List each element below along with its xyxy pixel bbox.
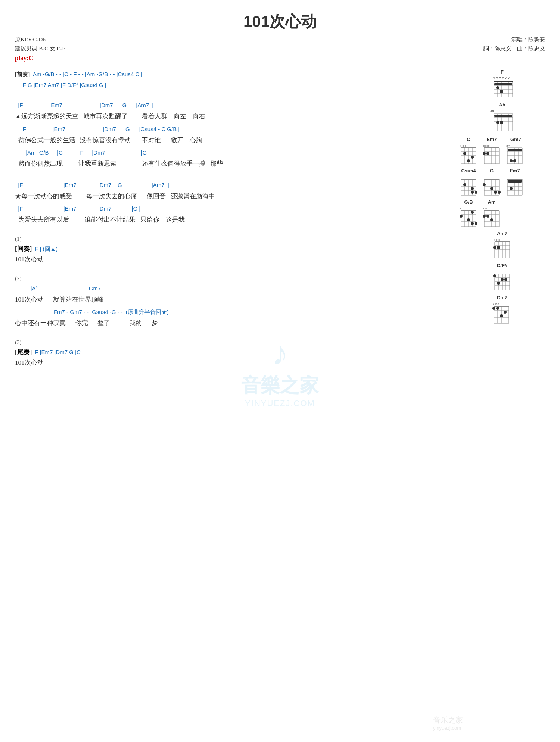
chord-Fm7-diagram	[505, 175, 524, 196]
v2b-chords: |Fm7 - Gm7 - - |Gsus4 -G - - |(原曲升半音回★)	[15, 307, 452, 317]
meta-right: 演唱：陈势安 詞：陈忠义 曲：陈忠义	[483, 35, 545, 53]
svg-point-70	[513, 159, 516, 162]
svg-rect-109	[508, 180, 522, 183]
svg-point-181	[504, 311, 507, 314]
svg-point-28	[496, 121, 499, 124]
chord-GB-diagram: x	[459, 206, 478, 228]
chord-DFsharp: D/F#	[459, 263, 545, 291]
chord-C: C x o o	[459, 137, 478, 165]
chord-Gm7-diagram: 3fr	[505, 143, 526, 165]
chord-Gm7: Gm7 3fr	[505, 137, 526, 165]
v1c-lyric: 然而你偶然出现 让我重新思索 还有什么值得放手一搏 那些	[15, 158, 452, 170]
svg-point-179	[492, 307, 495, 310]
section1-label: (1)	[15, 236, 452, 242]
chord-Am: Am x o	[482, 199, 501, 228]
svg-point-43	[467, 159, 470, 162]
v1c-chords: |Am -G/B - - |C -F - - |Dm7 |G |	[15, 147, 452, 158]
main-content: [前奏] |Am -G/B - - |C - F - - |Am -G/B - …	[15, 69, 545, 375]
page-title: 101次心动	[15, 11, 545, 32]
svg-point-164	[493, 274, 496, 277]
v1-chords: |F |Em7 |Dm7 G |Am7 |	[15, 100, 452, 110]
svg-point-98	[498, 191, 501, 194]
section-2: (2) |Ab |Gm7 | 101次心动 就算站在世界顶峰 |Fm7 - Gm…	[15, 275, 452, 329]
suggest-key: 建议男调:B-C 女:E-F	[15, 44, 65, 53]
intro-chords2: |F G |Em7 Am7 |F D/F# |Gsus4 G |	[15, 80, 452, 90]
svg-point-42	[471, 156, 474, 159]
svg-point-126	[475, 222, 477, 225]
svg-text:oooo: oooo	[483, 144, 490, 147]
outro-lyric: 101次心动	[15, 357, 452, 369]
intro-label: [前奏] |Am -G/B - - |C - F - - |Am -G/B - …	[15, 69, 452, 79]
section-1: (1) [间奏] |F | (回▲) 101次心动	[15, 236, 452, 265]
chord-C-diagram: x o o	[459, 143, 478, 165]
svg-text:x  o  o: x o o	[460, 144, 467, 147]
svg-point-83	[475, 191, 477, 194]
bottom-watermark: 音乐之家 yinyuezj.com	[433, 715, 463, 731]
svg-point-110	[510, 187, 513, 190]
outro-label: [尾奏]	[15, 349, 32, 356]
v1-lyric: ▲远方渐渐亮起的天空 城市再次甦醒了 看着人群 向左 向右	[15, 111, 452, 122]
chorusb-chords: |F |Em7 |Dm7 |G |	[15, 203, 452, 213]
svg-text:x  o  o: x o o	[494, 238, 500, 241]
v1b-lyric: 彷佛公式一般的生活 没有惊喜没有悸动 不对谁 敞开 心胸	[15, 135, 452, 146]
svg-text:x x x x x x: x x x x x x	[493, 76, 510, 80]
section-intro: [前奏] |Am -G/B - - |C - F - - |Am -G/B - …	[15, 69, 452, 90]
chord-Csus4-diagram	[459, 175, 478, 196]
svg-point-123	[460, 215, 463, 218]
interlude-block: [间奏] |F | (回▲)	[15, 244, 452, 254]
chord-row-3: G/B x	[459, 199, 545, 228]
svg-rect-12	[494, 83, 512, 85]
v1b-chords: |F |Em7 |Dm7 G |Csus4 - C G/B |	[15, 124, 452, 134]
svg-point-69	[510, 159, 513, 162]
divider-5	[15, 336, 452, 336]
svg-point-95	[483, 183, 486, 186]
chord-GB: G/B x	[459, 199, 478, 228]
svg-point-82	[471, 187, 474, 190]
svg-point-138	[483, 215, 486, 218]
meta-block: 原KEY:C-Db 建议男调:B-C 女:E-F 演唱：陈势安 詞：陈忠义 曲：…	[15, 35, 545, 53]
intro-bracket: [前奏]	[15, 71, 30, 77]
chorus-lyric: ★每一次动心的感受 每一次失去的心痛 像回音 还激盪在脑海中	[15, 191, 452, 202]
interlude-lyric: 101次心动	[15, 254, 452, 265]
svg-point-182	[500, 314, 503, 317]
svg-rect-68	[508, 149, 522, 151]
svg-point-180	[496, 307, 499, 310]
chord-Am7: Am7 x o o	[459, 231, 545, 259]
svg-point-122	[471, 211, 474, 214]
chord-row-1: C x o o	[459, 137, 545, 165]
chord-Am-diagram: x o	[482, 206, 501, 228]
svg-point-152	[493, 246, 496, 249]
svg-point-96	[490, 187, 493, 190]
chord-Fm7: Fm7	[505, 168, 524, 196]
page: ♪ 音樂之家 YINYUEZJ.COM 101次心动 原KEY:C-Db 建议男…	[0, 0, 560, 742]
chord-Dm7-diagram: x x o	[492, 302, 513, 325]
chord-F-diagram: x x x x x x	[490, 76, 514, 98]
svg-text:x: x	[460, 207, 461, 210]
svg-point-14	[500, 90, 503, 93]
v2b-lyric: 心中还有一种寂寞 你完 整了 我的 梦	[15, 318, 452, 329]
section3-label: (3)	[15, 339, 452, 346]
play-key: play:C	[15, 54, 545, 62]
chord-Ab-diagram: 4fr	[488, 109, 516, 133]
chord-Em7: Em7 oooo	[482, 137, 501, 165]
chord-Em7-diagram: oooo	[482, 143, 501, 165]
interlude-label: [间奏]	[15, 245, 32, 252]
svg-point-97	[494, 191, 497, 194]
section-verse1: |F |Em7 |Dm7 G |Am7 | ▲远方渐渐亮起的天空 城市再次甦醒了…	[15, 100, 452, 170]
chord-Dm7: Dm7 x x o	[459, 295, 545, 325]
svg-rect-1	[494, 81, 513, 82]
section-chorus: |F |Em7 |Dm7 G |Am7 | ★每一次动心的感受 每一次失去的心痛…	[15, 180, 452, 226]
original-key: 原KEY:C-Db	[15, 35, 65, 44]
chord-F: F x x x x x x	[459, 69, 545, 98]
svg-point-140	[490, 218, 493, 221]
chord-DFsharp-diagram	[493, 269, 511, 291]
interlude-chords: |F | (回▲)	[33, 246, 57, 252]
chorus-chords: |F |Em7 |Dm7 G |Am7 |	[15, 180, 452, 190]
sheet-area: [前奏] |Am -G/B - - |C - F - - |Am -G/B - …	[15, 69, 452, 375]
chorusb-lyric: 为爱失去所有以后 谁能付出不计结果 只给你 这是我	[15, 214, 452, 226]
svg-point-165	[501, 278, 504, 281]
svg-point-153	[497, 246, 500, 249]
chord-diagrams-panel: F x x x x x x	[459, 69, 545, 375]
svg-point-81	[463, 183, 466, 186]
svg-rect-27	[494, 115, 512, 117]
